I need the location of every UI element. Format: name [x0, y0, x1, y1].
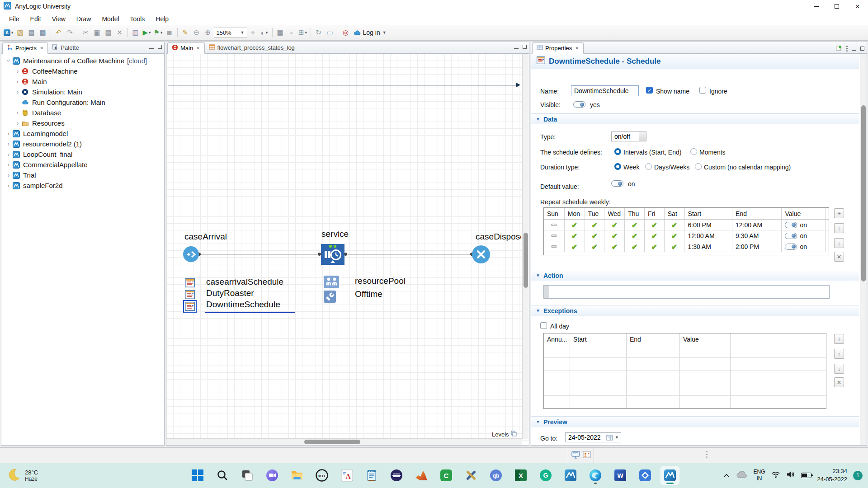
- end-cell[interactable]: 9:30 AM: [732, 230, 782, 241]
- data-section-header[interactable]: ▼ Data: [531, 113, 859, 124]
- debug-button[interactable]: ⚑▾: [153, 27, 164, 38]
- expand-icon[interactable]: ›: [14, 89, 21, 95]
- exceptions-section-header[interactable]: ▼ Exceptions: [531, 305, 859, 316]
- custom-radio[interactable]: [695, 163, 702, 170]
- source-node-label[interactable]: caseArrival: [184, 232, 227, 242]
- taskbar-chat-icon[interactable]: [263, 466, 281, 484]
- help-button[interactable]: ◎: [340, 27, 351, 38]
- exceptions-empty-row[interactable]: [544, 345, 826, 358]
- connector[interactable]: [200, 254, 319, 254]
- collapse-icon[interactable]: ›: [5, 57, 12, 65]
- language-indicator[interactable]: ENG IN: [753, 469, 765, 482]
- preview-section-header[interactable]: ▼ Preview: [531, 416, 859, 427]
- build-button[interactable]: ▥: [130, 27, 141, 38]
- menu-edit[interactable]: Edit: [25, 14, 47, 24]
- zoom-out-button[interactable]: ⊖: [191, 27, 202, 38]
- volume-icon[interactable]: [786, 471, 795, 480]
- type-combo[interactable]: on/off: [611, 131, 646, 141]
- schedule-icon[interactable]: [184, 278, 195, 288]
- day-check-cell[interactable]: ✔: [665, 220, 685, 230]
- close-icon[interactable]: ✕: [847, 0, 868, 13]
- expand-icon[interactable]: ›: [5, 141, 12, 147]
- all-day-checkbox[interactable]: [540, 322, 547, 329]
- open-model-button[interactable]: ▧: [15, 27, 26, 38]
- tree-item-main[interactable]: ›Main: [1, 76, 164, 87]
- tree-item-commercialappellate[interactable]: ›CommercialAppellate: [1, 160, 164, 170]
- tab-palette[interactable]: Palette: [48, 42, 83, 53]
- ignore-checkbox[interactable]: [699, 87, 706, 94]
- weekly-schedule-table[interactable]: SunMonTueWedThuFriSatStartEndValue✔✔✔✔✔✔…: [543, 207, 829, 255]
- value-cell[interactable]: on: [782, 220, 826, 230]
- expand-icon[interactable]: ›: [14, 78, 21, 85]
- model-canvas[interactable]: caseArrival service caseDispose casearri…: [166, 54, 529, 445]
- move-down-button[interactable]: ↓: [834, 364, 844, 374]
- taskbar-word-icon[interactable]: W: [611, 466, 629, 484]
- taskbar-crossed-tools-icon[interactable]: [462, 466, 480, 484]
- flow-arrow-line[interactable]: [168, 85, 517, 85]
- expand-icon[interactable]: ›: [5, 151, 12, 158]
- tree-item-samplefor2d[interactable]: ›sampleFor2d: [1, 180, 164, 191]
- close-tab-icon[interactable]: ✕: [40, 46, 43, 51]
- day-check-cell[interactable]: ✔: [604, 241, 625, 252]
- chevron-down-icon[interactable]: ▼: [613, 435, 621, 440]
- snap-button[interactable]: ▫: [286, 27, 297, 38]
- taskbar-start-icon[interactable]: [189, 466, 207, 484]
- sink-node-label[interactable]: caseDispose: [476, 232, 521, 242]
- weekly-table-row[interactable]: ✔✔✔✔✔✔6:00 PM12:00 AMon: [544, 220, 829, 230]
- value-toggle[interactable]: [785, 244, 797, 250]
- run-button[interactable]: ▶▾: [142, 27, 152, 38]
- exceptions-empty-row[interactable]: [544, 358, 826, 371]
- day-check-cell[interactable]: ✔: [565, 230, 585, 241]
- tree-item-learningmodel[interactable]: ›Learningmodel: [1, 128, 164, 139]
- menu-tools[interactable]: Tools: [125, 14, 151, 24]
- paste-button[interactable]: ▤: [103, 27, 114, 38]
- day-check-cell[interactable]: ✔: [585, 230, 605, 241]
- properties-vertical-scrollbar[interactable]: [860, 54, 867, 445]
- delete-button[interactable]: ✕: [114, 27, 125, 38]
- sink-node[interactable]: [472, 245, 490, 263]
- expand-icon[interactable]: ›: [14, 109, 21, 116]
- moments-radio[interactable]: [690, 148, 697, 155]
- undo-button[interactable]: ↶: [53, 27, 64, 38]
- wifi-icon[interactable]: [771, 471, 780, 480]
- downtime-label[interactable]: Offtime: [355, 289, 382, 299]
- move-down-button[interactable]: ↓: [834, 238, 844, 248]
- save-button[interactable]: ▤: [26, 27, 37, 38]
- tree-item-coffeemachine[interactable]: ›CoffeeMachine: [1, 66, 164, 76]
- panel-minimize-icon[interactable]: [514, 48, 519, 49]
- week-radio[interactable]: [614, 163, 621, 170]
- cut-button[interactable]: ✂: [80, 27, 91, 38]
- grid-button[interactable]: ▦: [275, 27, 286, 38]
- hidden-icons-chevron-icon[interactable]: [723, 471, 730, 479]
- day-check-cell[interactable]: ✔: [604, 220, 625, 230]
- close-tab-icon[interactable]: ✕: [575, 46, 579, 51]
- taskbar-excel-icon[interactable]: X: [512, 466, 530, 484]
- stop-button[interactable]: ◼: [164, 27, 175, 38]
- close-tab-icon[interactable]: ✕: [196, 46, 200, 51]
- action-code-input[interactable]: [543, 285, 830, 299]
- save-all-button[interactable]: ▦: [38, 27, 48, 38]
- menu-help[interactable]: Help: [150, 14, 174, 24]
- tree-item-maintenance-of-a-coffee-machine[interactable]: ›Maintenance of a Coffee Machine[cloud]: [1, 56, 164, 66]
- editor-vertical-scrollbar[interactable]: [522, 54, 529, 439]
- day-check-cell[interactable]: ✔: [625, 220, 645, 230]
- taskbar-matlab-icon[interactable]: [412, 466, 430, 484]
- day-check-cell[interactable]: ✔: [565, 241, 585, 252]
- taskbar-edge-icon[interactable]: [586, 466, 604, 484]
- menu-view[interactable]: View: [47, 14, 71, 24]
- pin-icon[interactable]: [835, 45, 842, 52]
- profile-log-icon[interactable]: [583, 451, 591, 460]
- expand-icon[interactable]: ›: [5, 182, 12, 189]
- name-input[interactable]: DowntimeSchedule: [571, 85, 639, 96]
- taskbar-notepad-icon[interactable]: [363, 466, 381, 484]
- zoom-level-combo[interactable]: 150%▼: [214, 28, 247, 38]
- clock[interactable]: 23:34 24-05-2022: [817, 467, 848, 483]
- tab-flowchart-log[interactable]: flowchart_process_states_log: [205, 42, 299, 53]
- panel-minimize-icon[interactable]: [149, 48, 154, 49]
- expand-icon[interactable]: ›: [5, 161, 12, 168]
- day-check-cell[interactable]: ✔: [604, 230, 625, 241]
- move-up-button[interactable]: ↑: [834, 349, 844, 359]
- notification-badge[interactable]: 1: [853, 471, 863, 480]
- taskbar-text-app-icon[interactable]: A: [338, 466, 356, 484]
- console-icon[interactable]: [571, 451, 580, 460]
